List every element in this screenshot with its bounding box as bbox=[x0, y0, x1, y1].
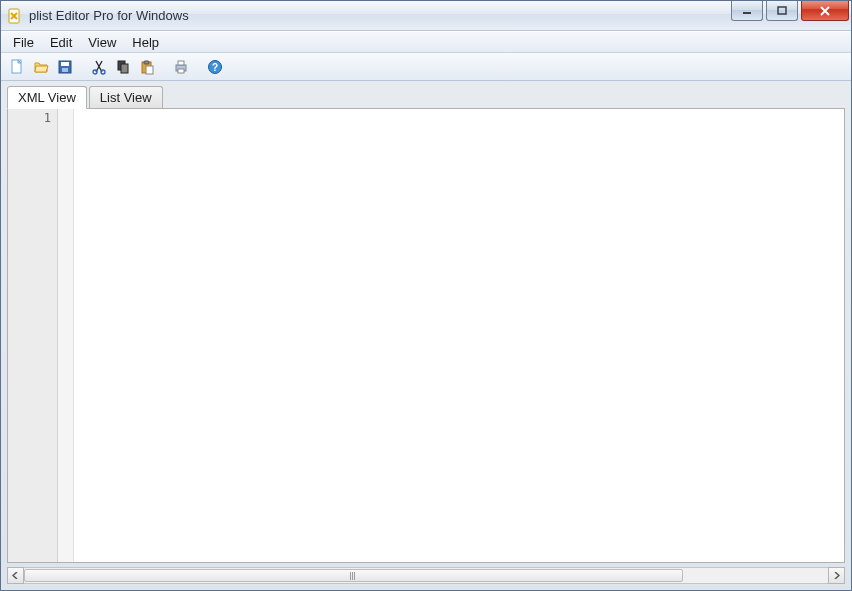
line-number: 1 bbox=[8, 111, 51, 125]
scrollbar-grip-icon bbox=[350, 572, 358, 580]
svg-point-8 bbox=[101, 70, 105, 74]
maximize-button[interactable] bbox=[766, 1, 798, 21]
chevron-right-icon bbox=[833, 572, 840, 579]
svg-rect-2 bbox=[778, 7, 786, 14]
scroll-right-button[interactable] bbox=[828, 567, 845, 584]
print-button[interactable] bbox=[171, 57, 191, 77]
tab-xml-view[interactable]: XML View bbox=[7, 86, 87, 109]
tab-list-view[interactable]: List View bbox=[89, 86, 163, 108]
toolbar-separator bbox=[161, 57, 167, 77]
horizontal-scrollbar[interactable] bbox=[7, 567, 845, 584]
editor-area: 1 bbox=[7, 109, 845, 563]
chevron-left-icon bbox=[12, 572, 19, 579]
svg-rect-1 bbox=[743, 12, 751, 14]
cut-button[interactable] bbox=[89, 57, 109, 77]
save-icon bbox=[57, 59, 73, 75]
copy-button[interactable] bbox=[113, 57, 133, 77]
svg-rect-6 bbox=[62, 68, 68, 72]
code-text-area[interactable] bbox=[74, 109, 844, 562]
app-icon bbox=[7, 8, 23, 24]
toolbar: ? bbox=[1, 53, 851, 81]
svg-rect-15 bbox=[178, 61, 184, 65]
open-file-button[interactable] bbox=[31, 57, 51, 77]
title-bar: plist Editor Pro for Windows bbox=[1, 1, 851, 31]
svg-rect-10 bbox=[121, 64, 128, 73]
svg-rect-12 bbox=[144, 61, 149, 64]
close-button[interactable] bbox=[801, 1, 849, 21]
menu-view[interactable]: View bbox=[80, 33, 124, 52]
menu-help[interactable]: Help bbox=[124, 33, 167, 52]
minimize-button[interactable] bbox=[731, 1, 763, 21]
paste-button[interactable] bbox=[137, 57, 157, 77]
toolbar-separator bbox=[195, 57, 201, 77]
scroll-left-button[interactable] bbox=[7, 567, 24, 584]
print-icon bbox=[173, 59, 189, 75]
app-window: plist Editor Pro for Windows File Edit V… bbox=[0, 0, 852, 591]
close-icon bbox=[819, 6, 831, 16]
toolbar-separator bbox=[79, 57, 85, 77]
window-title: plist Editor Pro for Windows bbox=[29, 8, 189, 23]
save-button[interactable] bbox=[55, 57, 75, 77]
fold-strip bbox=[58, 109, 74, 562]
svg-rect-16 bbox=[178, 69, 184, 73]
help-icon: ? bbox=[207, 59, 223, 75]
help-button[interactable]: ? bbox=[205, 57, 225, 77]
svg-rect-13 bbox=[146, 66, 153, 74]
svg-point-7 bbox=[93, 70, 97, 74]
window-controls bbox=[731, 1, 851, 21]
scrollbar-track[interactable] bbox=[24, 567, 828, 584]
paste-icon bbox=[139, 59, 155, 75]
minimize-icon bbox=[742, 6, 752, 16]
maximize-icon bbox=[777, 6, 787, 16]
menu-file[interactable]: File bbox=[5, 33, 42, 52]
cut-icon bbox=[91, 59, 107, 75]
svg-rect-5 bbox=[61, 62, 69, 66]
line-number-gutter: 1 bbox=[8, 109, 58, 562]
new-file-button[interactable] bbox=[7, 57, 27, 77]
new-file-icon bbox=[9, 59, 25, 75]
svg-text:?: ? bbox=[212, 62, 218, 73]
scrollbar-thumb[interactable] bbox=[24, 569, 683, 582]
copy-icon bbox=[115, 59, 131, 75]
menu-bar: File Edit View Help bbox=[1, 31, 851, 53]
open-folder-icon bbox=[33, 59, 49, 75]
view-tabs: XML View List View bbox=[7, 85, 845, 109]
menu-edit[interactable]: Edit bbox=[42, 33, 80, 52]
